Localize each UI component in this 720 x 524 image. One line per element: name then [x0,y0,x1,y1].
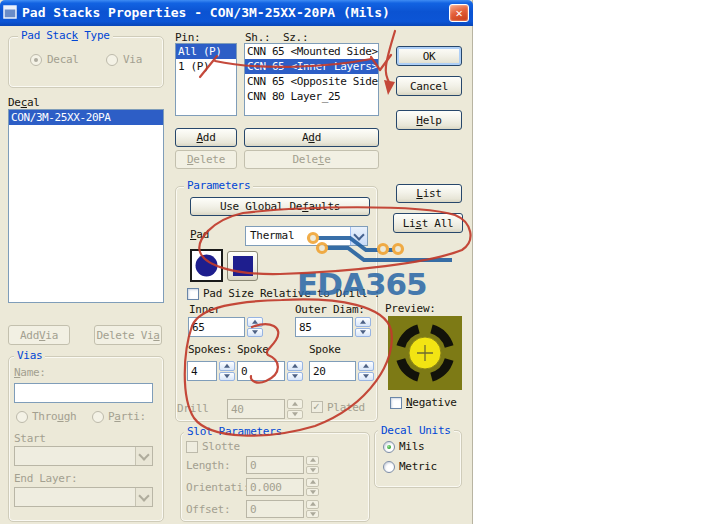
inner-input[interactable] [188,317,245,337]
shape-size-list[interactable]: CNN 65 <Mounted Side> CCN 65 <Inner Laye… [244,43,379,116]
via-name-label: Name: [14,366,46,379]
pin-add-button[interactable]: Add [175,128,237,147]
spin-down-button[interactable] [247,328,263,338]
list-item[interactable]: 1 (P) [176,59,236,74]
negative-label: Negative [406,396,457,409]
decal-radio-label: Decal [47,53,79,66]
spokes-input[interactable] [187,361,217,381]
slot-parameters-caption: Slot Parameters [184,425,285,438]
pad-stacks-properties-dialog: Pad Stacks Properties - CON/3M-25XX-20PA… [0,0,473,524]
pad-stack-type-caption: Pad Stack Type [18,29,113,42]
through-radio [16,411,28,423]
drill-label: Drill [177,402,209,415]
use-global-defaults-button[interactable]: Use Global Defaults [190,197,370,216]
pad-style-value: Thermal [246,227,350,245]
decal-list-label: Decal [8,96,40,109]
outer-diam-input[interactable] [295,317,353,337]
pad-style-select[interactable]: Thermal [245,226,368,246]
list-item[interactable]: All (P) [176,44,236,59]
spin-up-button [306,500,319,509]
help-button[interactable]: Help [396,110,462,130]
inner-spinner [247,317,263,337]
chevron-down-icon[interactable] [350,227,367,245]
spoke-width-label: Spoke [237,343,269,356]
metric-radio[interactable] [383,461,395,473]
pin-list[interactable]: All (P) 1 (P) [175,43,237,116]
delete-via-button: Delete Via [94,325,162,345]
spin-down-button [306,510,319,519]
chevron-down-icon [135,488,152,506]
shape-add-button[interactable]: Add [244,128,379,147]
outer-diam-spinner [355,317,371,337]
drill-spinner [287,399,303,419]
close-icon[interactable]: ✕ [449,4,469,22]
through-radio-label: Through [32,410,76,423]
spin-down-button[interactable] [287,372,303,382]
start-layer-select [14,446,153,466]
list-all-button[interactable]: List All [393,213,463,233]
spoke-width-input[interactable] [237,361,285,381]
slot-length-input [246,456,304,474]
slot-orientation-spinner [306,478,319,496]
parameters-caption: Parameters [184,179,253,192]
negative-checkbox[interactable] [390,397,402,409]
ok-button[interactable]: OK [396,46,462,66]
square-pad-icon [232,255,254,277]
end-layer-select [14,487,153,507]
slot-offset-label: Offset: [186,503,230,516]
spoke-angle-input[interactable] [309,361,356,381]
add-via-button: Add Via [8,325,70,345]
cancel-button[interactable]: Cancel [396,76,462,96]
spin-up-button[interactable] [247,317,263,327]
circle-pad-icon [192,251,221,280]
window-title: Pad Stacks Properties - CON/3M-25XX-20PA… [22,0,390,26]
decal-units-caption: Decal Units [378,424,454,437]
partial-radio-label: Parti: [108,410,146,423]
plated-label: Plated [327,401,365,414]
slot-orientation-input [246,478,304,496]
metric-radio-label: Metric [399,460,437,473]
spoke-angle-spinner [358,361,374,381]
end-layer-value [15,488,135,506]
slot-length-label: Length: [186,459,230,472]
list-item[interactable]: CCN 65 <Inner Layers> [245,59,378,74]
app-icon [3,5,18,20]
decal-list[interactable]: CON/3M-25XX-20PA [8,109,164,303]
mils-radio-label: Mils [399,440,424,453]
plated-checkbox [311,401,323,413]
via-name-input[interactable] [14,383,153,403]
spin-down-button[interactable] [355,328,371,338]
spin-up-button[interactable] [219,361,235,371]
slotted-checkbox [186,441,198,453]
spin-down-button[interactable] [358,372,374,382]
outer-diam-label: Outer Diam: [295,303,365,316]
list-button[interactable]: List [396,184,462,203]
spin-up-button[interactable] [355,317,371,327]
preview-label: Preview: [385,302,436,315]
pad-size-relative-label: Pad Size Relative to Drill : [203,287,380,300]
inner-label: Inner [189,303,221,316]
list-item[interactable]: CNN 65 <Mounted Side> [245,44,378,59]
pad-shape-square-button[interactable] [227,251,258,281]
pad-size-relative-checkbox[interactable] [187,288,199,300]
mils-radio[interactable] [383,441,395,453]
slot-offset-input [246,500,304,518]
list-item[interactable]: CNN 65 <Opposite Side [245,74,378,89]
spin-down-button[interactable] [219,372,235,382]
list-item[interactable]: CON/3M-25XX-20PA [9,110,163,125]
chevron-down-icon [135,447,152,465]
slotted-label: Slotte [202,440,240,453]
pad-shape-circle-button[interactable] [190,249,223,282]
spin-up-button [287,399,303,409]
slot-length-spinner [306,456,319,474]
title-bar[interactable]: Pad Stacks Properties - CON/3M-25XX-20PA… [0,0,473,26]
spin-up-button[interactable] [358,361,374,371]
spin-up-button [306,456,319,465]
spin-down-button [287,410,303,420]
spoke-width-spinner [287,361,303,381]
list-item[interactable]: CNN 80 Layer_25 [245,89,378,104]
via-radio [106,54,118,66]
drill-input [227,399,285,419]
spin-down-button [306,466,319,475]
spin-up-button[interactable] [287,361,303,371]
